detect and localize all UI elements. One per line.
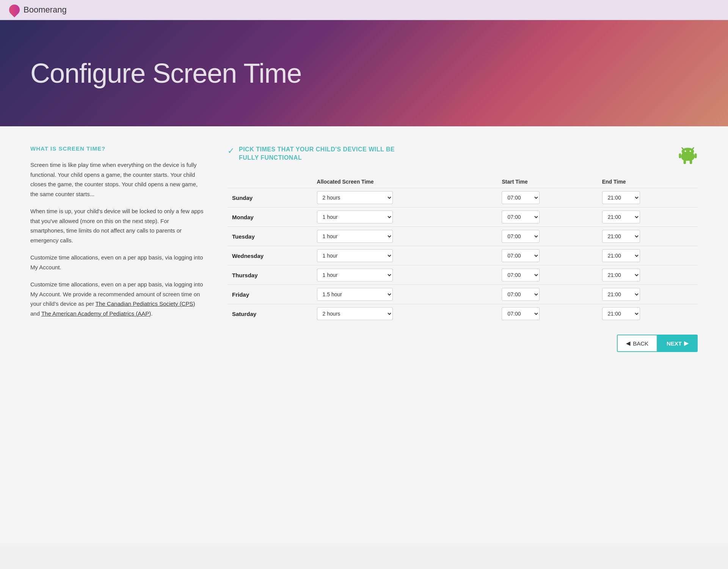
boomerang-logo-icon [7, 2, 22, 17]
start-cell-thursday: 06:0007:0008:0009:0010:00 [497, 266, 597, 285]
right-header: ✓ PICK TIMES THAT YOUR CHILD'S DEVICE WI… [228, 145, 698, 165]
hero-title: Configure Screen Time [30, 58, 301, 89]
day-label-monday: Monday [228, 207, 312, 227]
svg-point-3 [682, 148, 694, 156]
left-section-heading: WHAT IS SCREEN TIME? [30, 145, 205, 152]
table-row: Monday30 minutes1 hour1.5 hour2 hours2.5… [228, 207, 698, 227]
day-label-saturday: Saturday [228, 304, 312, 324]
allocated-select-tuesday[interactable]: 30 minutes1 hour1.5 hour2 hours2.5 hours… [317, 230, 393, 243]
start-cell-wednesday: 06:0007:0008:0009:0010:00 [497, 246, 597, 266]
cps-link[interactable]: The Canadian Pediatrics Society (CPS) [96, 300, 195, 307]
table-row: Wednesday30 minutes1 hour1.5 hour2 hours… [228, 246, 698, 266]
back-label: BACK [633, 340, 648, 347]
left-para-2: When time is up, your child's device wil… [30, 206, 205, 245]
allocated-select-sunday[interactable]: 30 minutes1 hour1.5 hour2 hours2.5 hours… [317, 191, 393, 204]
allocated-select-wednesday[interactable]: 30 minutes1 hour1.5 hour2 hours2.5 hours… [317, 249, 393, 262]
start-cell-monday: 06:0007:0008:0009:0010:00 [497, 207, 597, 227]
check-icon: ✓ [228, 146, 234, 156]
back-arrow-icon: ◀ [626, 340, 631, 347]
table-row: Friday30 minutes1 hour1.5 hour2 hours2.5… [228, 285, 698, 304]
start-cell-tuesday: 06:0007:0008:0009:0010:00 [497, 227, 597, 246]
start-select-sunday[interactable]: 06:0007:0008:0009:0010:00 [502, 191, 540, 204]
app-name: Boomerang [24, 5, 67, 15]
start-select-friday[interactable]: 06:0007:0008:0009:0010:00 [502, 288, 540, 301]
hero-banner: Configure Screen Time [0, 20, 728, 126]
svg-point-4 [684, 150, 686, 152]
end-select-friday[interactable]: 18:0019:0020:0021:0022:00 [602, 288, 640, 301]
end-select-wednesday[interactable]: 18:0019:0020:0021:0022:00 [602, 249, 640, 262]
col-header-day [228, 176, 312, 188]
day-label-thursday: Thursday [228, 266, 312, 285]
allocated-select-saturday[interactable]: 30 minutes1 hour1.5 hour2 hours2.5 hours… [317, 307, 393, 320]
col-header-allocated: Allocated Screen Time [312, 176, 497, 188]
back-button[interactable]: ◀ BACK [617, 335, 657, 352]
schedule-table: Allocated Screen Time Start Time End Tim… [228, 176, 698, 323]
end-select-tuesday[interactable]: 18:0019:0020:0021:0022:00 [602, 230, 640, 243]
start-select-thursday[interactable]: 06:0007:0008:0009:0010:00 [502, 269, 540, 281]
allocated-cell-friday: 30 minutes1 hour1.5 hour2 hours2.5 hours… [312, 285, 497, 304]
end-cell-wednesday: 18:0019:0020:0021:0022:00 [598, 246, 698, 266]
svg-point-5 [689, 150, 691, 152]
end-select-saturday[interactable]: 18:0019:0020:0021:0022:00 [602, 307, 640, 320]
start-select-monday[interactable]: 06:0007:0008:0009:0010:00 [502, 211, 540, 223]
allocated-select-thursday[interactable]: 30 minutes1 hour1.5 hour2 hours2.5 hours… [317, 269, 393, 281]
table-header-row: Allocated Screen Time Start Time End Tim… [228, 176, 698, 188]
table-row: Sunday30 minutes1 hour1.5 hour2 hours2.5… [228, 188, 698, 207]
end-cell-tuesday: 18:0019:0020:0021:0022:00 [598, 227, 698, 246]
svg-rect-9 [690, 160, 692, 164]
right-heading: PICK TIMES THAT YOUR CHILD'S DEVICE WILL… [239, 145, 413, 162]
end-cell-monday: 18:0019:0020:0021:0022:00 [598, 207, 698, 227]
start-cell-sunday: 06:0007:0008:0009:0010:00 [497, 188, 597, 207]
allocated-cell-monday: 30 minutes1 hour1.5 hour2 hours2.5 hours… [312, 207, 497, 227]
table-row: Tuesday30 minutes1 hour1.5 hour2 hours2.… [228, 227, 698, 246]
left-para-3: Customize time allocations, even on a pe… [30, 253, 205, 272]
start-select-saturday[interactable]: 06:0007:0008:0009:0010:00 [502, 307, 540, 320]
svg-rect-6 [679, 153, 681, 158]
end-select-monday[interactable]: 18:0019:0020:0021:0022:00 [602, 211, 640, 223]
allocated-select-friday[interactable]: 30 minutes1 hour1.5 hour2 hours2.5 hours… [317, 288, 393, 301]
android-icon [678, 145, 698, 165]
allocated-cell-wednesday: 30 minutes1 hour1.5 hour2 hours2.5 hours… [312, 246, 497, 266]
allocated-cell-tuesday: 30 minutes1 hour1.5 hour2 hours2.5 hours… [312, 227, 497, 246]
allocated-select-monday[interactable]: 30 minutes1 hour1.5 hour2 hours2.5 hours… [317, 211, 393, 223]
next-label: NEXT [667, 340, 682, 347]
nav-buttons: ◀ BACK NEXT ▶ [228, 335, 698, 352]
right-column: ✓ PICK TIMES THAT YOUR CHILD'S DEVICE WI… [228, 145, 698, 525]
end-cell-saturday: 18:0019:0020:0021:0022:00 [598, 304, 698, 324]
allocated-cell-sunday: 30 minutes1 hour1.5 hour2 hours2.5 hours… [312, 188, 497, 207]
next-button[interactable]: NEXT ▶ [657, 335, 698, 352]
start-select-wednesday[interactable]: 06:0007:0008:0009:0010:00 [502, 249, 540, 262]
table-row: Thursday30 minutes1 hour1.5 hour2 hours2… [228, 266, 698, 285]
start-select-tuesday[interactable]: 06:0007:0008:0009:0010:00 [502, 230, 540, 243]
header-bar: Boomerang [0, 0, 728, 20]
allocated-cell-saturday: 30 minutes1 hour1.5 hour2 hours2.5 hours… [312, 304, 497, 324]
table-row: Saturday30 minutes1 hour1.5 hour2 hours2… [228, 304, 698, 324]
day-label-sunday: Sunday [228, 188, 312, 207]
main-content: WHAT IS SCREEN TIME? Screen time is like… [0, 126, 728, 544]
col-header-end: End Time [598, 176, 698, 188]
left-para-4: Customize time allocations, even on a pe… [30, 280, 205, 318]
start-cell-saturday: 06:0007:0008:0009:0010:00 [497, 304, 597, 324]
col-header-start: Start Time [497, 176, 597, 188]
end-cell-friday: 18:0019:0020:0021:0022:00 [598, 285, 698, 304]
day-label-wednesday: Wednesday [228, 246, 312, 266]
end-select-thursday[interactable]: 18:0019:0020:0021:0022:00 [602, 269, 640, 281]
svg-rect-7 [695, 153, 697, 158]
end-cell-thursday: 18:0019:0020:0021:0022:00 [598, 266, 698, 285]
end-cell-sunday: 18:0019:0020:0021:0022:00 [598, 188, 698, 207]
day-label-tuesday: Tuesday [228, 227, 312, 246]
end-select-sunday[interactable]: 18:0019:0020:0021:0022:00 [602, 191, 640, 204]
day-label-friday: Friday [228, 285, 312, 304]
start-cell-friday: 06:0007:0008:0009:0010:00 [497, 285, 597, 304]
left-column: WHAT IS SCREEN TIME? Screen time is like… [30, 145, 228, 525]
svg-rect-8 [684, 160, 686, 164]
next-arrow-icon: ▶ [684, 340, 689, 347]
allocated-cell-thursday: 30 minutes1 hour1.5 hour2 hours2.5 hours… [312, 266, 497, 285]
aap-link[interactable]: The American Academy of Pediatrics (AAP) [41, 310, 151, 317]
right-heading-group: ✓ PICK TIMES THAT YOUR CHILD'S DEVICE WI… [228, 145, 413, 162]
left-para-1: Screen time is like play time when every… [30, 160, 205, 199]
